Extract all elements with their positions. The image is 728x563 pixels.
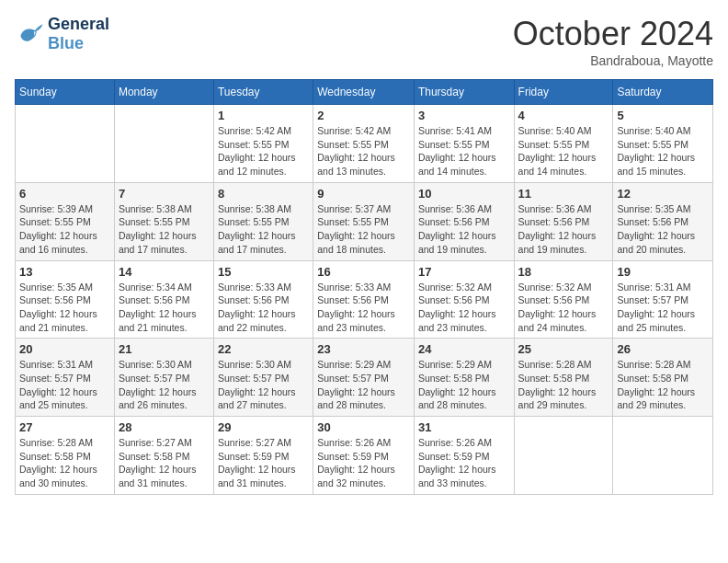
day-number: 12 [617,187,709,201]
day-number: 27 [19,420,110,434]
day-info: Sunrise: 5:31 AM Sunset: 5:57 PM Dayligh… [19,358,110,412]
calendar-cell: 2Sunrise: 5:42 AM Sunset: 5:55 PM Daylig… [313,105,415,183]
logo: General Blue [15,15,109,53]
day-info: Sunrise: 5:36 AM Sunset: 5:56 PM Dayligh… [418,202,510,257]
day-info: Sunrise: 5:28 AM Sunset: 5:58 PM Dayligh… [19,436,110,490]
day-info: Sunrise: 5:34 AM Sunset: 5:56 PM Dayligh… [119,281,210,335]
weekday-header: Monday [114,80,213,105]
day-number: 14 [119,265,210,279]
calendar-cell: 26Sunrise: 5:28 AM Sunset: 5:58 PM Dayli… [613,339,713,417]
calendar-cell: 3Sunrise: 5:41 AM Sunset: 5:55 PM Daylig… [414,105,514,183]
day-info: Sunrise: 5:38 AM Sunset: 5:55 PM Dayligh… [218,202,309,257]
day-info: Sunrise: 5:40 AM Sunset: 5:55 PM Dayligh… [518,124,609,178]
day-number: 20 [19,342,110,356]
calendar-cell: 9Sunrise: 5:37 AM Sunset: 5:55 PM Daylig… [313,182,415,260]
weekday-header: Wednesday [313,80,415,105]
calendar-cell: 16Sunrise: 5:33 AM Sunset: 5:56 PM Dayli… [313,260,415,339]
day-info: Sunrise: 5:30 AM Sunset: 5:57 PM Dayligh… [119,358,210,412]
day-info: Sunrise: 5:40 AM Sunset: 5:55 PM Dayligh… [617,124,709,178]
calendar-week-row: 13Sunrise: 5:35 AM Sunset: 5:56 PM Dayli… [16,260,713,339]
day-info: Sunrise: 5:39 AM Sunset: 5:55 PM Dayligh… [19,202,110,257]
day-number: 8 [218,187,309,201]
calendar-cell [613,417,713,495]
day-number: 10 [418,187,510,201]
day-number: 2 [317,109,410,122]
calendar-cell: 18Sunrise: 5:32 AM Sunset: 5:56 PM Dayli… [514,260,613,339]
calendar-cell: 23Sunrise: 5:29 AM Sunset: 5:57 PM Dayli… [313,339,415,417]
calendar-cell: 27Sunrise: 5:28 AM Sunset: 5:58 PM Dayli… [16,417,115,495]
weekday-header: Saturday [613,80,713,105]
day-info: Sunrise: 5:32 AM Sunset: 5:56 PM Dayligh… [418,281,510,335]
day-number: 18 [518,265,609,279]
day-number: 21 [119,342,210,356]
day-info: Sunrise: 5:35 AM Sunset: 5:56 PM Dayligh… [617,202,709,257]
day-number: 5 [617,109,709,122]
day-number: 4 [518,109,609,122]
day-number: 19 [617,265,709,279]
day-info: Sunrise: 5:26 AM Sunset: 5:59 PM Dayligh… [317,436,410,490]
calendar-cell: 22Sunrise: 5:30 AM Sunset: 5:57 PM Dayli… [213,339,313,417]
calendar-cell: 13Sunrise: 5:35 AM Sunset: 5:56 PM Dayli… [16,260,115,339]
calendar-table: SundayMondayTuesdayWednesdayThursdayFrid… [15,79,713,495]
day-number: 29 [218,420,309,434]
calendar-cell: 17Sunrise: 5:32 AM Sunset: 5:56 PM Dayli… [414,260,514,339]
day-info: Sunrise: 5:31 AM Sunset: 5:57 PM Dayligh… [617,281,709,335]
day-number: 23 [317,342,410,356]
calendar-cell [514,417,613,495]
calendar-cell: 12Sunrise: 5:35 AM Sunset: 5:56 PM Dayli… [613,182,713,260]
calendar-cell: 8Sunrise: 5:38 AM Sunset: 5:55 PM Daylig… [213,182,313,260]
day-info: Sunrise: 5:32 AM Sunset: 5:56 PM Dayligh… [518,281,609,335]
calendar-cell [16,105,115,183]
calendar-cell: 31Sunrise: 5:26 AM Sunset: 5:59 PM Dayli… [414,417,514,495]
day-info: Sunrise: 5:29 AM Sunset: 5:58 PM Dayligh… [418,358,510,412]
calendar-cell: 28Sunrise: 5:27 AM Sunset: 5:58 PM Dayli… [114,417,213,495]
day-number: 25 [518,342,609,356]
day-info: Sunrise: 5:41 AM Sunset: 5:55 PM Dayligh… [418,124,510,178]
logo-text: General Blue [48,15,109,53]
day-info: Sunrise: 5:33 AM Sunset: 5:56 PM Dayligh… [218,281,309,335]
day-info: Sunrise: 5:28 AM Sunset: 5:58 PM Dayligh… [518,358,609,412]
weekday-header: Sunday [16,80,115,105]
day-number: 7 [119,187,210,201]
calendar-cell: 7Sunrise: 5:38 AM Sunset: 5:55 PM Daylig… [114,182,213,260]
day-number: 30 [317,420,410,434]
calendar-week-row: 6Sunrise: 5:39 AM Sunset: 5:55 PM Daylig… [16,182,713,260]
day-info: Sunrise: 5:27 AM Sunset: 5:58 PM Dayligh… [119,436,210,490]
calendar-cell: 25Sunrise: 5:28 AM Sunset: 5:58 PM Dayli… [514,339,613,417]
day-number: 24 [418,342,510,356]
calendar-cell: 29Sunrise: 5:27 AM Sunset: 5:59 PM Dayli… [213,417,313,495]
day-number: 16 [317,265,410,279]
calendar-header-row: SundayMondayTuesdayWednesdayThursdayFrid… [16,80,713,105]
day-number: 17 [418,265,510,279]
day-number: 15 [218,265,309,279]
calendar-cell: 14Sunrise: 5:34 AM Sunset: 5:56 PM Dayli… [114,260,213,339]
calendar-cell: 4Sunrise: 5:40 AM Sunset: 5:55 PM Daylig… [514,105,613,183]
title-area: October 2024 Bandraboua, Mayotte [513,15,713,68]
day-info: Sunrise: 5:42 AM Sunset: 5:55 PM Dayligh… [218,124,309,178]
day-number: 22 [218,342,309,356]
location: Bandraboua, Mayotte [513,53,713,68]
day-info: Sunrise: 5:38 AM Sunset: 5:55 PM Dayligh… [119,202,210,257]
weekday-header: Friday [514,80,613,105]
calendar-cell: 30Sunrise: 5:26 AM Sunset: 5:59 PM Dayli… [313,417,415,495]
day-info: Sunrise: 5:42 AM Sunset: 5:55 PM Dayligh… [317,124,410,178]
day-info: Sunrise: 5:36 AM Sunset: 5:56 PM Dayligh… [518,202,609,257]
weekday-header: Tuesday [213,80,313,105]
day-number: 11 [518,187,609,201]
calendar-week-row: 27Sunrise: 5:28 AM Sunset: 5:58 PM Dayli… [16,417,713,495]
calendar-cell: 19Sunrise: 5:31 AM Sunset: 5:57 PM Dayli… [613,260,713,339]
calendar-cell: 20Sunrise: 5:31 AM Sunset: 5:57 PM Dayli… [16,339,115,417]
calendar-cell: 1Sunrise: 5:42 AM Sunset: 5:55 PM Daylig… [213,105,313,183]
day-info: Sunrise: 5:29 AM Sunset: 5:57 PM Dayligh… [317,358,410,412]
day-info: Sunrise: 5:37 AM Sunset: 5:55 PM Dayligh… [317,202,410,257]
page-header: General Blue October 2024 Bandraboua, Ma… [15,15,713,68]
day-number: 1 [218,109,309,122]
logo-icon [15,21,44,47]
day-info: Sunrise: 5:27 AM Sunset: 5:59 PM Dayligh… [218,436,309,490]
calendar-week-row: 20Sunrise: 5:31 AM Sunset: 5:57 PM Dayli… [16,339,713,417]
day-info: Sunrise: 5:26 AM Sunset: 5:59 PM Dayligh… [418,436,510,490]
calendar-cell [114,105,213,183]
calendar-cell: 24Sunrise: 5:29 AM Sunset: 5:58 PM Dayli… [414,339,514,417]
day-info: Sunrise: 5:28 AM Sunset: 5:58 PM Dayligh… [617,358,709,412]
day-number: 26 [617,342,709,356]
